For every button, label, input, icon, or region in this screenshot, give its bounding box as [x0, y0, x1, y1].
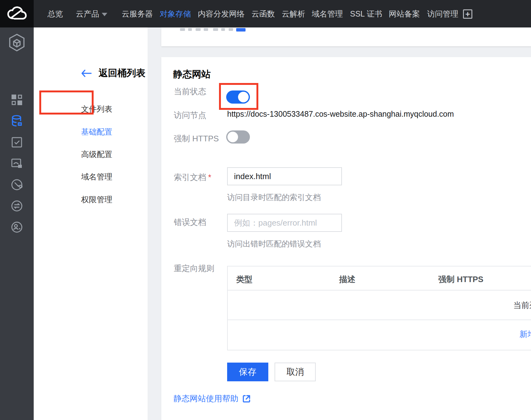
text-remnant: [188, 28, 192, 31]
toggle-knob: [227, 132, 238, 142]
cloud-logo-icon: [7, 6, 27, 22]
add-services-icon[interactable]: +: [463, 9, 472, 19]
static-website-help-link[interactable]: 静态网站使用帮助: [173, 393, 251, 404]
tool-wrench-icon[interactable]: [11, 178, 23, 191]
text-remnant: [204, 28, 208, 31]
column-header-type: 类型: [236, 274, 252, 285]
nav-item-domain[interactable]: 域名管理: [312, 0, 343, 27]
table-empty-row: 当前列表为空: [228, 291, 531, 320]
error-doc-help: 访问出错时匹配的错误文档: [227, 239, 321, 249]
nav-item-cos[interactable]: 对象存储: [160, 0, 191, 27]
text-remnant: [196, 28, 201, 31]
text-remnant: [229, 28, 233, 31]
save-button[interactable]: 保存: [227, 363, 268, 381]
external-link-icon: [242, 394, 251, 403]
nav-item-cam[interactable]: 访问管理: [427, 0, 458, 27]
product-cube-hexagon-icon[interactable]: [7, 33, 27, 52]
bucket-sidebar: 返回桶列表 文件列表 基础配置 高级配置 域名管理 权限管理: [34, 27, 148, 420]
error-doc-label: 错误文档: [174, 217, 206, 228]
endpoint-label: 访问节点: [174, 110, 206, 121]
back-to-bucket-list[interactable]: 返回桶列表: [81, 67, 145, 80]
dashboard-grid-icon[interactable]: [11, 94, 23, 106]
icon-rail: [0, 27, 34, 420]
table-footer-row: 新增规则: [228, 320, 531, 350]
nav-item-icp[interactable]: 网站备案: [389, 0, 420, 27]
index-doc-input[interactable]: [227, 167, 342, 185]
top-navbar: 总览 云产品 云服务器 对象存储 内容分发网络 云函数 云解析 域名管理 SSL…: [0, 0, 531, 27]
add-rule-link[interactable]: 新增规则: [519, 329, 531, 340]
index-doc-label: 索引文档*: [174, 172, 211, 183]
storage-bucket-icon[interactable]: [11, 115, 23, 127]
nav-item-ssl[interactable]: SSL 证书: [350, 0, 382, 27]
table-header-row: 类型 描述 强制 HTTPS: [228, 266, 531, 291]
column-header-description: 描述: [339, 274, 355, 285]
nav-item-overview[interactable]: 总览: [47, 0, 63, 27]
link-icon-remnant: [236, 28, 246, 32]
column-header-force-https: 强制 HTTPS: [438, 274, 483, 285]
sidebar-item-file-list[interactable]: 文件列表: [81, 104, 112, 114]
chevron-down-icon: [102, 13, 107, 16]
empty-list-text: 当前列表为空: [513, 300, 531, 311]
task-check-icon[interactable]: [11, 136, 23, 148]
sidebar-item-permission-mgmt[interactable]: 权限管理: [81, 194, 112, 205]
app-window: 总览 云产品 云服务器 对象存储 内容分发网络 云函数 云解析 域名管理 SSL…: [0, 0, 531, 420]
back-arrow-icon: [81, 70, 92, 77]
nav-item-cloud-products[interactable]: 云产品: [76, 0, 107, 27]
nav-item-cdn[interactable]: 内容分发网络: [198, 0, 245, 27]
transfer-arrows-icon[interactable]: [11, 200, 23, 212]
status-label: 当前状态: [174, 86, 206, 97]
text-remnant: [180, 28, 185, 31]
force-https-label: 强制 HTTPS: [174, 133, 219, 144]
nav-item-scf[interactable]: 云函数: [251, 0, 275, 27]
cancel-button[interactable]: 取消: [275, 363, 316, 381]
endpoint-url: https://docs-1300533487.cos-website.ap-s…: [227, 110, 454, 119]
force-https-toggle[interactable]: [226, 130, 250, 144]
sidebar-item-domain-mgmt[interactable]: 域名管理: [81, 172, 112, 182]
tencent-cloud-logo[interactable]: [0, 0, 34, 27]
redirect-rules-label: 重定向规则: [174, 263, 214, 274]
text-remnant: [221, 28, 225, 31]
required-asterisk: *: [208, 173, 211, 182]
media-image-icon[interactable]: [11, 157, 23, 170]
page-title: 静态网站: [173, 68, 211, 81]
nav-item-cvm[interactable]: 云服务器: [122, 0, 153, 27]
sidebar-item-basic-config[interactable]: 基础配置: [81, 127, 112, 137]
redirect-rules-table: 类型 描述 强制 HTTPS 当前列表为空 新增规则: [227, 266, 531, 350]
account-monitor-icon[interactable]: [11, 221, 23, 233]
toggle-knob: [238, 92, 249, 102]
index-doc-help: 访问目录时匹配的索引文档: [227, 192, 321, 203]
nav-item-dns[interactable]: 云解析: [282, 0, 305, 27]
text-remnant: [213, 28, 218, 31]
error-doc-input[interactable]: [227, 214, 342, 232]
sidebar-item-advanced-config[interactable]: 高级配置: [81, 149, 112, 159]
status-toggle[interactable]: [226, 90, 250, 104]
scrolled-card-remnant: [161, 27, 531, 46]
